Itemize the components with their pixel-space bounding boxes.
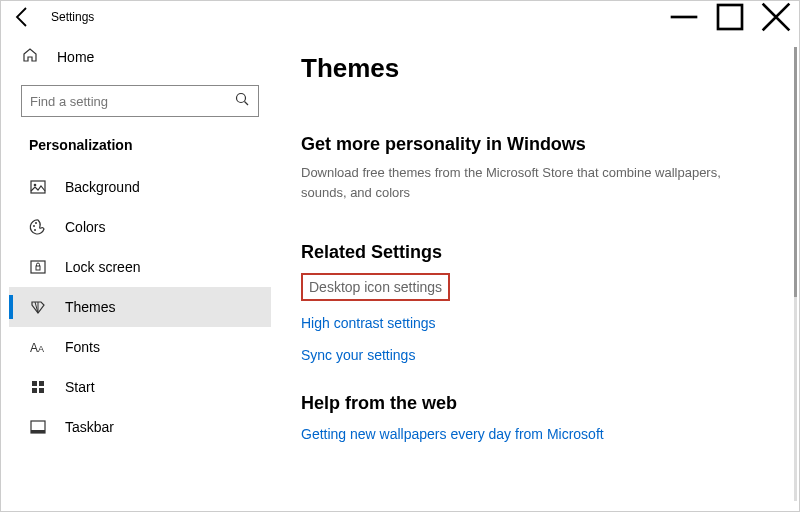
image-icon (29, 178, 47, 196)
window-controls (661, 1, 799, 33)
search-icon (234, 91, 250, 111)
sidebar-item-label: Lock screen (65, 259, 140, 275)
fonts-icon: AA (29, 338, 47, 356)
sidebar-item-taskbar[interactable]: Taskbar (9, 407, 271, 447)
svg-point-2 (237, 94, 246, 103)
svg-rect-16 (39, 388, 44, 393)
palette-icon (29, 218, 47, 236)
page-title: Themes (301, 53, 769, 84)
close-button[interactable] (753, 1, 799, 33)
lockscreen-icon (29, 258, 47, 276)
svg-rect-10 (36, 266, 40, 270)
window-body: Home Personalization Background (1, 33, 799, 511)
home-label: Home (57, 49, 94, 65)
sidebar-item-themes[interactable]: Themes (9, 287, 271, 327)
sidebar-item-lockscreen[interactable]: Lock screen (9, 247, 271, 287)
svg-rect-15 (32, 388, 37, 393)
search-input[interactable] (21, 85, 259, 117)
link-help-wallpapers[interactable]: Getting new wallpapers every day from Mi… (301, 426, 769, 442)
svg-rect-1 (718, 5, 742, 29)
sidebar-item-label: Start (65, 379, 95, 395)
help-heading: Help from the web (301, 393, 769, 414)
sidebar-item-colors[interactable]: Colors (9, 207, 271, 247)
svg-text:A: A (38, 344, 44, 354)
minimize-button[interactable] (661, 1, 707, 33)
sidebar-item-fonts[interactable]: AA Fonts (9, 327, 271, 367)
home-icon (21, 46, 39, 68)
svg-rect-18 (31, 430, 45, 433)
sidebar-item-label: Taskbar (65, 419, 114, 435)
sidebar-item-label: Background (65, 179, 140, 195)
search-field[interactable] (30, 94, 234, 109)
svg-point-6 (33, 225, 35, 227)
scrollbar-thumb[interactable] (794, 47, 797, 297)
svg-rect-13 (32, 381, 37, 386)
window-title: Settings (51, 10, 94, 24)
personality-heading: Get more personality in Windows (301, 134, 769, 155)
svg-point-8 (34, 229, 36, 231)
nav-list: Background Colors Lock screen (9, 167, 271, 447)
sidebar: Home Personalization Background (1, 33, 271, 511)
link-desktop-icon-settings[interactable]: Desktop icon settings (301, 273, 450, 301)
content-area: Themes Get more personality in Windows D… (271, 33, 799, 511)
sidebar-item-label: Themes (65, 299, 116, 315)
link-sync-your-settings[interactable]: Sync your settings (301, 347, 769, 363)
start-icon (29, 378, 47, 396)
themes-icon (29, 298, 47, 316)
category-header: Personalization (9, 129, 271, 167)
svg-point-5 (34, 184, 37, 187)
scrollbar[interactable] (794, 47, 797, 501)
taskbar-icon (29, 418, 47, 436)
titlebar: Settings (1, 1, 799, 33)
sidebar-item-label: Fonts (65, 339, 100, 355)
maximize-button[interactable] (707, 1, 753, 33)
link-high-contrast-settings[interactable]: High contrast settings (301, 315, 769, 331)
svg-line-3 (245, 102, 249, 106)
sidebar-item-label: Colors (65, 219, 105, 235)
svg-text:A: A (30, 341, 38, 355)
svg-point-7 (35, 222, 37, 224)
svg-rect-14 (39, 381, 44, 386)
back-button[interactable] (11, 5, 35, 29)
sidebar-item-start[interactable]: Start (9, 367, 271, 407)
sidebar-item-background[interactable]: Background (9, 167, 271, 207)
related-heading: Related Settings (301, 242, 769, 263)
settings-window: Settings Home (0, 0, 800, 512)
home-nav[interactable]: Home (9, 37, 271, 77)
svg-rect-4 (31, 181, 45, 193)
personality-desc: Download free themes from the Microsoft … (301, 163, 751, 202)
